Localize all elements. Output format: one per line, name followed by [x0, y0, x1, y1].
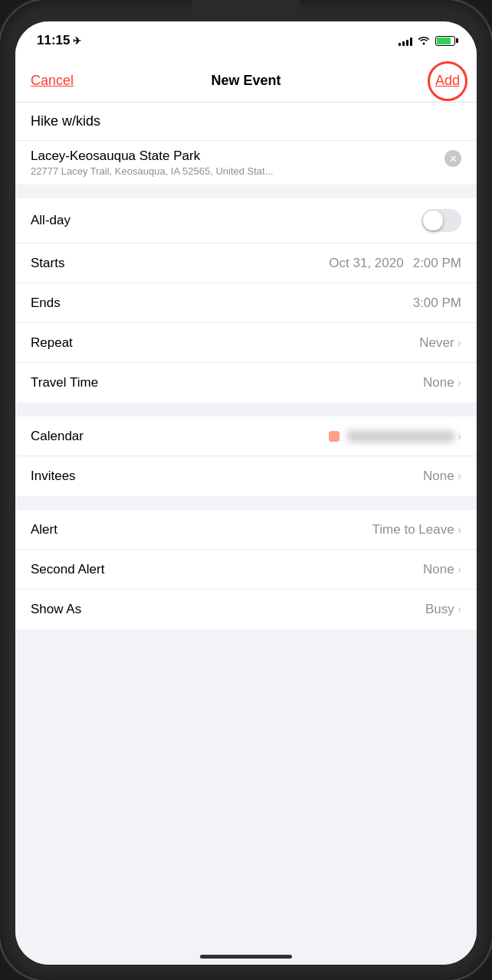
status-time: 11:15 ✈	[37, 33, 81, 48]
alert-label: Alert	[31, 522, 57, 537]
travel-time-value-text: None	[423, 375, 454, 390]
second-alert-value: None ›	[423, 562, 461, 577]
location-icon: ✈	[73, 35, 81, 47]
repeat-row[interactable]: Repeat Never ›	[15, 323, 477, 363]
datetime-section: All-day Starts Oct 31, 2020 2:00 PM Ends	[15, 198, 477, 403]
notch	[192, 0, 300, 21]
separator-4	[15, 629, 477, 643]
battery-fill	[437, 38, 451, 44]
second-alert-value-text: None	[423, 562, 454, 577]
invitees-value-text: None	[423, 469, 454, 484]
separator-2	[15, 403, 477, 416]
starts-row[interactable]: Starts Oct 31, 2020 2:00 PM	[15, 243, 477, 283]
all-day-label: All-day	[31, 213, 71, 228]
phone-frame: 11:15 ✈	[0, 0, 492, 980]
calendar-chevron: ›	[458, 430, 461, 443]
calendar-label: Calendar	[31, 429, 84, 444]
invitees-value: None ›	[423, 469, 461, 484]
show-as-value-text: Busy	[425, 602, 454, 617]
ends-row[interactable]: Ends 3:00 PM	[15, 283, 477, 323]
second-alert-chevron: ›	[458, 563, 461, 577]
starts-value: Oct 31, 2020 2:00 PM	[329, 256, 461, 271]
add-button[interactable]: Add	[435, 73, 460, 89]
repeat-chevron: ›	[458, 336, 461, 350]
phone-screen: 11:15 ✈	[15, 21, 477, 965]
calendar-row[interactable]: Calendar ›	[15, 416, 477, 456]
time-display: 11:15	[37, 33, 70, 48]
repeat-value-text: Never	[419, 335, 454, 351]
travel-time-row[interactable]: Travel Time None ›	[15, 363, 477, 403]
calendar-name-blurred	[347, 430, 454, 443]
scroll-content[interactable]: Lacey-Keosauqua State Park 22777 Lacey T…	[15, 103, 477, 965]
travel-time-label: Travel Time	[31, 375, 98, 390]
separator-1	[15, 185, 477, 198]
signal-icon	[399, 35, 412, 46]
invitees-label: Invitees	[31, 469, 76, 484]
alert-section: Alert Time to Leave › Second Alert None …	[15, 510, 477, 629]
location-content: Lacey-Keosauqua State Park 22777 Lacey T…	[31, 149, 444, 177]
repeat-value: Never ›	[419, 335, 461, 351]
location-address: 22777 Lacey Trail, Keosauqua, IA 52565, …	[31, 165, 444, 177]
second-alert-row[interactable]: Second Alert None ›	[15, 550, 477, 590]
wifi-icon	[417, 34, 431, 47]
page-title: New Event	[211, 73, 280, 89]
separator-3	[15, 496, 477, 510]
calendar-section: Calendar › Invitees None ›	[15, 416, 477, 496]
calendar-color-dot	[329, 431, 339, 442]
event-title-input[interactable]	[31, 113, 461, 129]
travel-time-value: None ›	[423, 375, 461, 390]
event-title-row	[15, 103, 477, 140]
starts-date: Oct 31, 2020	[329, 256, 403, 271]
repeat-label: Repeat	[31, 335, 73, 351]
status-icons	[399, 34, 455, 47]
nav-bar: Cancel New Event Add	[15, 60, 477, 103]
home-indicator	[200, 955, 292, 959]
battery-icon	[435, 36, 455, 46]
toggle-knob	[423, 211, 443, 230]
title-section	[15, 103, 477, 140]
alert-value-text: Time to Leave	[372, 522, 454, 537]
all-day-toggle[interactable]	[421, 209, 461, 232]
invitees-row[interactable]: Invitees None ›	[15, 456, 477, 496]
show-as-value: Busy ›	[425, 602, 461, 617]
location-section: Lacey-Keosauqua State Park 22777 Lacey T…	[15, 140, 477, 185]
show-as-label: Show As	[31, 602, 81, 617]
alert-row[interactable]: Alert Time to Leave ›	[15, 510, 477, 550]
travel-time-chevron: ›	[458, 376, 461, 390]
alert-chevron: ›	[458, 523, 461, 537]
separator-5	[15, 643, 477, 657]
status-bar: 11:15 ✈	[15, 21, 477, 60]
location-name: Lacey-Keosauqua State Park	[31, 149, 444, 164]
ends-time: 3:00 PM	[413, 296, 461, 311]
cancel-button[interactable]: Cancel	[31, 73, 74, 89]
location-clear-button[interactable]: ✕	[444, 150, 461, 167]
ends-label: Ends	[31, 296, 61, 311]
starts-label: Starts	[31, 256, 64, 271]
show-as-row[interactable]: Show As Busy ›	[15, 590, 477, 629]
calendar-value: ›	[329, 430, 461, 443]
add-button-ring: Add	[428, 61, 467, 101]
all-day-row: All-day	[15, 198, 477, 243]
starts-time: 2:00 PM	[413, 256, 461, 271]
location-row: Lacey-Keosauqua State Park 22777 Lacey T…	[15, 141, 477, 185]
second-alert-label: Second Alert	[31, 562, 104, 577]
alert-value: Time to Leave ›	[372, 522, 461, 537]
invitees-chevron: ›	[458, 469, 461, 483]
show-as-chevron: ›	[458, 603, 461, 616]
ends-value: 3:00 PM	[413, 296, 461, 311]
